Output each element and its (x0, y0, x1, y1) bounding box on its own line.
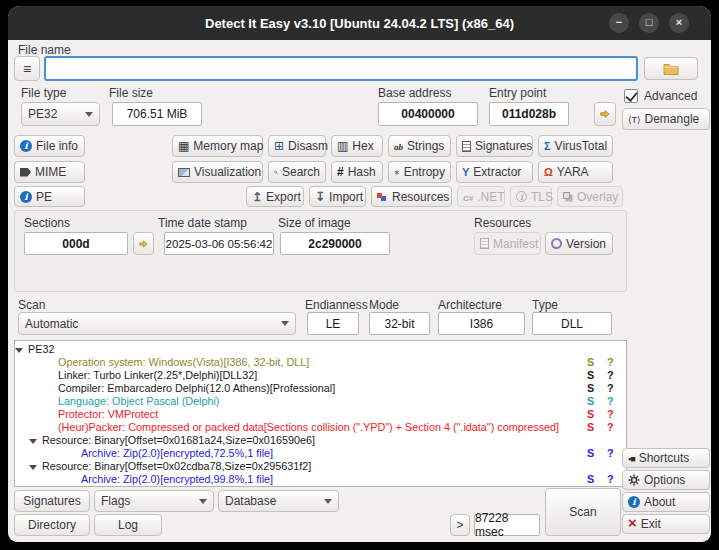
tree-expander-icon[interactable] (29, 465, 37, 470)
demangle-icon (628, 112, 641, 126)
signatures-db-button[interactable]: Signatures (14, 490, 90, 512)
tree-expander-icon[interactable] (29, 439, 37, 444)
info-icon (20, 140, 32, 152)
tree-expander-icon[interactable] (15, 348, 23, 353)
disasm-button[interactable]: Disasm (268, 135, 326, 157)
result-row[interactable]: Operation system: Windows(Vista)[I386, 3… (15, 356, 626, 369)
result-row[interactable]: Linker: Turbo Linker(2.25*,Delphi)[DLL32… (15, 369, 626, 382)
minimize-button[interactable]: − (609, 13, 629, 33)
strings-icon (394, 139, 403, 153)
maximize-button[interactable]: □ (639, 13, 659, 33)
yara-label: YARA (557, 165, 589, 179)
options-button[interactable]: Options (622, 470, 710, 490)
visualization-label: Visualization (194, 165, 261, 179)
result-row[interactable]: Protector: VMProtectS? (15, 408, 626, 421)
file-size-label: File size (109, 86, 153, 100)
mime-button[interactable]: MIME (14, 161, 85, 183)
file-size-value[interactable]: 706.51 MiB (112, 102, 202, 126)
visualization-button[interactable]: Visualization (172, 161, 263, 183)
hash-button[interactable]: Hash (331, 161, 383, 183)
results-tree[interactable]: PE32Operation system: Windows(Vista)[I38… (14, 340, 627, 487)
strings-button[interactable]: Strings (388, 135, 451, 157)
resources-button[interactable]: Resources (371, 186, 452, 207)
sections-value[interactable]: 000d (24, 232, 128, 255)
file-info-button[interactable]: File info (14, 135, 85, 157)
signature-link[interactable]: S (587, 408, 594, 421)
result-row[interactable]: Language: Object Pascal (Delphi)S? (15, 395, 626, 408)
virustotal-button[interactable]: VirusTotal (538, 135, 613, 157)
sections-goto-button[interactable] (133, 232, 154, 255)
hex-button[interactable]: Hex (331, 135, 383, 157)
database-select[interactable]: Database (218, 490, 339, 512)
more-info-link[interactable]: ? (607, 447, 614, 460)
file-name-input[interactable] (44, 56, 638, 81)
shortcuts-icon (628, 451, 635, 465)
memory-map-button[interactable]: Memory map (172, 135, 263, 157)
signature-link[interactable]: S (587, 421, 594, 434)
more-info-link[interactable]: ? (607, 395, 614, 408)
search-button[interactable]: Search (268, 161, 326, 183)
more-info-link[interactable]: ? (607, 369, 614, 382)
elapsed-time-value[interactable]: 87228 msec (474, 514, 540, 536)
about-button[interactable]: About (622, 492, 710, 512)
log-button[interactable]: Log (94, 514, 162, 536)
more-info-link[interactable]: ? (607, 421, 614, 434)
directory-button[interactable]: Directory (14, 514, 90, 536)
more-info-link[interactable]: ? (607, 382, 614, 395)
extractor-icon (462, 165, 469, 179)
scan-engine-select[interactable]: Automatic (18, 312, 296, 335)
import-icon (315, 190, 325, 204)
pe-button[interactable]: PE (14, 186, 85, 207)
overlay-button: Overlay (557, 186, 623, 207)
more-info-link[interactable]: ? (607, 356, 614, 369)
base-address-label: Base address (378, 86, 451, 100)
expand-button[interactable]: > (450, 514, 470, 536)
entry-point-goto-button[interactable] (594, 102, 616, 126)
size-of-image-value[interactable]: 2c290000 (280, 232, 390, 255)
result-text: Protector: VMProtect (58, 408, 158, 420)
entropy-button[interactable]: Entropy (388, 161, 451, 183)
open-file-button[interactable] (644, 57, 698, 80)
result-row[interactable]: Resource: Binary[Offset=0x01681a24,Size=… (15, 434, 626, 447)
scan-button[interactable]: Scan (545, 488, 621, 536)
result-text: Archive: Zip(2.0)[encrypted,99.8%,1 file… (81, 473, 273, 485)
demangle-button[interactable]: Demangle (622, 108, 710, 130)
advanced-checkbox[interactable]: Advanced (624, 89, 697, 103)
entry-point-value[interactable]: 011d028b (489, 102, 569, 126)
title-bar: Detect It Easy v3.10 [Ubuntu 24.04.2 LTS… (8, 6, 711, 40)
type-value[interactable]: DLL (532, 312, 612, 335)
result-row[interactable]: Compiler: Embarcadero Delphi(12.0 Athens… (15, 382, 626, 395)
shortcuts-button[interactable]: Shortcuts (622, 448, 710, 468)
file-dialog-button[interactable] (14, 56, 40, 81)
close-button[interactable]: × (669, 13, 689, 33)
export-button[interactable]: Export (246, 186, 304, 207)
flags-select[interactable]: Flags (94, 490, 214, 512)
architecture-value[interactable]: I386 (438, 312, 525, 335)
signature-link[interactable]: S (587, 369, 594, 382)
signature-link[interactable]: S (587, 395, 594, 408)
version-button[interactable]: Version (545, 232, 613, 255)
import-button[interactable]: Import (309, 186, 366, 207)
yara-button[interactable]: YARA (538, 161, 613, 183)
result-row[interactable]: (Heur)Packer: Compressed or packed data[… (15, 421, 626, 434)
signature-link[interactable]: S (587, 356, 594, 369)
signature-link[interactable]: S (587, 447, 594, 460)
result-row[interactable]: Resource: Binary[Offset=0x02cdba78,Size=… (15, 460, 626, 473)
signatures-button[interactable]: Signatures (456, 135, 533, 157)
base-address-value[interactable]: 00400000 (378, 102, 478, 126)
extractor-button[interactable]: Extractor (456, 161, 533, 183)
signature-link[interactable]: S (587, 473, 594, 486)
result-row[interactable]: Archive: Zip(2.0)[encrypted,99.8%,1 file… (15, 473, 626, 486)
more-info-link[interactable]: ? (607, 473, 614, 486)
signature-link[interactable]: S (587, 382, 594, 395)
result-row[interactable]: Archive: Zip(2.0)[encrypted,72.5%,1 file… (15, 447, 626, 460)
more-info-link[interactable]: ? (607, 408, 614, 421)
mode-value[interactable]: 32-bit (369, 312, 430, 335)
time-date-stamp-value[interactable]: 2025-03-06 05:56:42 (164, 232, 274, 255)
result-row[interactable]: PE32 (15, 343, 626, 356)
memory-map-icon (178, 139, 189, 153)
file-type-select[interactable]: PE32 (21, 102, 100, 126)
tls-icon (516, 191, 527, 202)
exit-button[interactable]: Exit (622, 514, 710, 534)
endianness-value[interactable]: LE (307, 312, 359, 335)
